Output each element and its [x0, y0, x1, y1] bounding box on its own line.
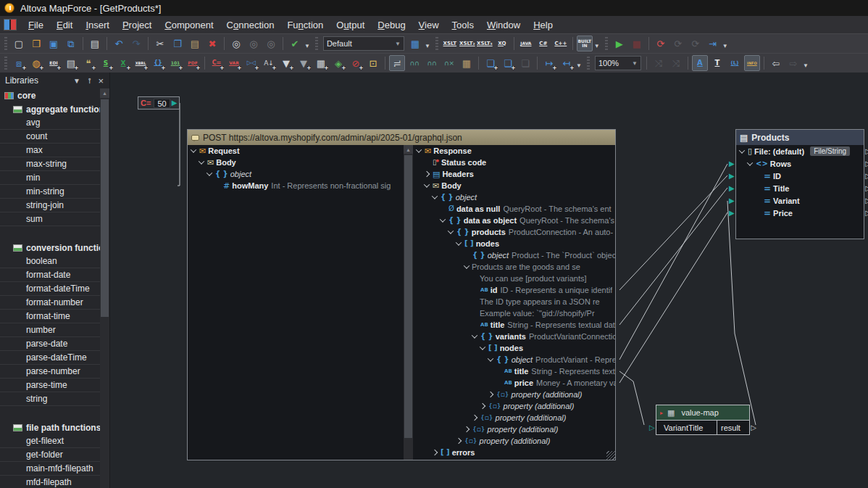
- tb-insert-json[interactable]: {}+: [150, 55, 166, 71]
- tb-xslt2[interactable]: XSLT₂: [459, 36, 475, 51]
- dropdown-arrow-icon[interactable]: ▼: [304, 43, 310, 49]
- title-row[interactable]: ABtitleString - Represents textu▶: [413, 365, 615, 377]
- menu-project[interactable]: Project: [116, 17, 158, 33]
- errors-row[interactable]: [ ]errors▷: [413, 447, 615, 458]
- property-additional-row[interactable]: {▫}property (additional)▷: [413, 435, 615, 447]
- products-row[interactable]: { }productsProductConnection - An auto-▷: [413, 226, 615, 238]
- object-row[interactable]: { }object▷: [413, 191, 615, 203]
- constant-value[interactable]: 50: [154, 99, 170, 108]
- variant-row[interactable]: ▶=Variant▷: [736, 194, 864, 207]
- menu-help[interactable]: Help: [527, 17, 559, 33]
- chevron-down-icon[interactable]: [739, 147, 745, 153]
- scroll-up-icon[interactable]: ▲: [100, 88, 109, 98]
- example-value-gid-shopify-pr-row[interactable]: Example value: `"gid://shopify/Pr: [413, 307, 615, 319]
- toolbar-grip[interactable]: [605, 37, 608, 50]
- tb-paste[interactable]: ▤: [187, 36, 203, 51]
- tb-find-next[interactable]: ◎: [246, 36, 262, 51]
- chevron-down-icon[interactable]: ▼: [70, 77, 83, 85]
- tb-debug-step-into[interactable]: ⇥: [705, 36, 721, 51]
- tb-auto-connect-matching[interactable]: ∩∩: [424, 55, 440, 71]
- menu-edit[interactable]: Edit: [50, 17, 79, 33]
- chevron-right-icon[interactable]: [488, 392, 493, 397]
- library-function-format-datetime[interactable]: format-dateTime: [0, 282, 100, 296]
- wire-response.variant-object-to-products.Rows[interactable]: [619, 164, 727, 360]
- tb-find[interactable]: ◎: [228, 36, 244, 51]
- chevron-down-icon[interactable]: [480, 344, 485, 350]
- chevron-right-icon[interactable]: [432, 450, 438, 455]
- property-additional-row[interactable]: {▫}property (additional)▷: [413, 412, 615, 423]
- price-row[interactable]: ▶=Price▷: [736, 207, 864, 219]
- response-row[interactable]: ✉Response▷: [413, 145, 615, 157]
- library-function-string-join[interactable]: string-join: [0, 199, 100, 212]
- tb-align-horizontal[interactable]: ⤨: [651, 55, 667, 71]
- chevron-right-icon[interactable]: [472, 415, 477, 421]
- tb-xslt1[interactable]: XSLT: [442, 36, 458, 51]
- tb-open-file[interactable]: ❒: [28, 36, 44, 51]
- tb-insert-shopify[interactable]: S+: [98, 55, 114, 71]
- tb-run-mapping[interactable]: ▶: [612, 36, 627, 51]
- tb-insert-comment[interactable]: ⊡: [365, 55, 381, 71]
- wire-response.id-to-products.ID[interactable]: [619, 175, 727, 290]
- menu-function[interactable]: Function: [280, 17, 330, 33]
- dropdown-arrow-icon[interactable]: ▼: [594, 43, 600, 49]
- tb-print[interactable]: ▤: [87, 36, 103, 51]
- tb-connect-matching-children[interactable]: ∩∩: [406, 55, 422, 71]
- wire-response.variant-title-to-valuemap.VariantTitle[interactable]: [619, 371, 644, 425]
- output-connector[interactable]: ▷: [751, 424, 756, 431]
- tb-find-prev[interactable]: ◎: [263, 36, 279, 51]
- toolbar-grip[interactable]: [4, 37, 7, 50]
- dropdown-arrow-icon[interactable]: ▼: [576, 62, 582, 69]
- tb-debug-run[interactable]: ⟳: [653, 36, 669, 51]
- chevron-down-icon[interactable]: [191, 146, 196, 152]
- body-row[interactable]: ✉Body▷: [413, 180, 615, 191]
- library-function-max[interactable]: max: [0, 144, 100, 157]
- id-row[interactable]: ▶=ID▷: [736, 170, 864, 182]
- status-code-row[interactable]: ▯Status code▷: [413, 157, 615, 168]
- input-connector[interactable]: ▶: [729, 173, 735, 180]
- chevron-down-icon[interactable]: [424, 181, 430, 187]
- menu-view[interactable]: View: [412, 17, 446, 33]
- input-connector[interactable]: ▶: [729, 185, 735, 192]
- tb-insert-database[interactable]: ◍+: [28, 55, 44, 71]
- scrollbar-thumb[interactable]: [404, 155, 412, 438]
- tb-csharp[interactable]: C#: [535, 36, 551, 51]
- tb-insert-edi[interactable]: EDI+: [46, 55, 62, 71]
- input-connector[interactable]: ▷: [649, 424, 655, 431]
- tb-insert-xbrl[interactable]: XBRL+: [133, 55, 149, 71]
- tb-insert-sort[interactable]: A↓+: [261, 55, 277, 71]
- constant-component[interactable]: C= 50 ▶: [138, 96, 180, 109]
- chevron-down-icon[interactable]: [416, 146, 422, 152]
- toolbar-grip[interactable]: [4, 57, 7, 70]
- tb-validate[interactable]: ✔: [287, 36, 303, 51]
- nodes-row[interactable]: [ ]nodes▷: [413, 238, 615, 249]
- tb-insert-filter[interactable]: ▼+: [278, 55, 294, 71]
- tb-built-in[interactable]: BUILT IN: [577, 36, 593, 51]
- property-additional-row[interactable]: {▫}property (additional)▷: [413, 400, 615, 412]
- tb-insert-pdf[interactable]: PDF+: [185, 55, 201, 71]
- library-function-avg[interactable]: avg: [0, 116, 100, 130]
- tb-xslt3[interactable]: XSLT₃: [477, 36, 493, 51]
- variants-row[interactable]: { }variantsProductVariantConnection▷: [413, 331, 615, 342]
- library-function-min-string[interactable]: min-string: [0, 185, 100, 199]
- data-as-object-row[interactable]: { }data as objectQueryRoot - The schema'…: [413, 215, 615, 226]
- dropdown-arrow-icon[interactable]: ▼: [722, 43, 728, 49]
- tb-insert-xml-schema[interactable]: ⧈+: [11, 55, 27, 71]
- wire-constant-50-to-request.howMany[interactable]: [174, 103, 180, 186]
- tb-add-folder-dashed[interactable]: ❏+: [500, 55, 516, 71]
- library-function-format-time[interactable]: format-time: [0, 310, 100, 323]
- resize-grip[interactable]: [606, 451, 615, 460]
- webservice-header[interactable]: POST https://altova.myshopify.com/admin/…: [188, 130, 615, 145]
- tb-toggle-connections[interactable]: ≓: [389, 55, 405, 71]
- input-connector[interactable]: ▶: [729, 197, 735, 204]
- chevron-right-icon[interactable]: [480, 403, 485, 409]
- object-row[interactable]: { }objectProductVariant - Represe▶: [413, 354, 615, 365]
- menu-file[interactable]: File: [22, 17, 50, 33]
- tb-insert-value-map[interactable]: ▦+: [313, 55, 329, 71]
- tb-undo[interactable]: ↶: [111, 36, 127, 51]
- file-default-row[interactable]: ▯File: (default)File/String▷: [736, 145, 864, 157]
- chevron-down-icon[interactable]: [199, 158, 204, 164]
- dropdown-arrow-icon[interactable]: ▼: [425, 43, 430, 49]
- request-row[interactable]: ▷✉Request: [188, 145, 404, 157]
- title-row[interactable]: ▶=Title▷: [736, 182, 864, 194]
- library-file-path-functions[interactable]: file path functions: [0, 421, 100, 434]
